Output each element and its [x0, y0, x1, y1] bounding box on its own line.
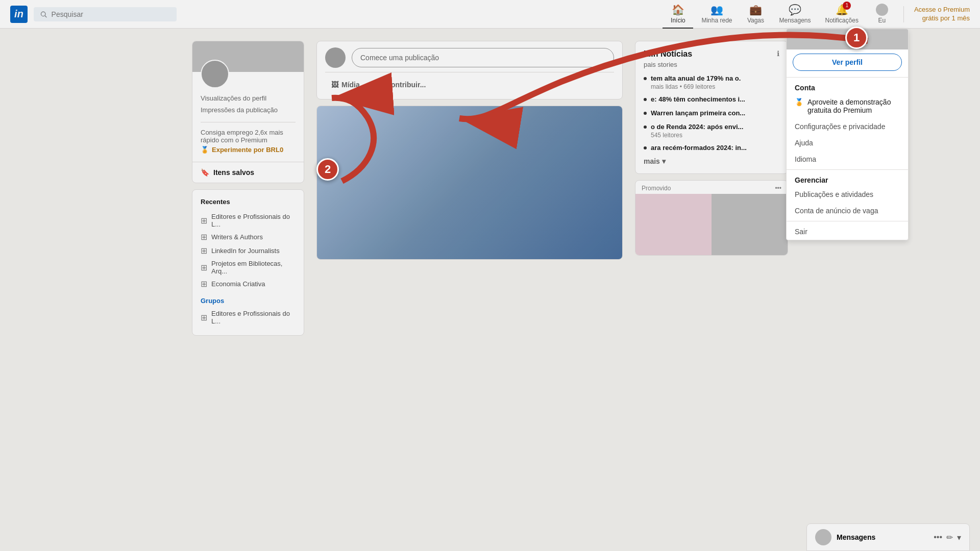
dropdown-config-item[interactable]: Configurações e privacidade: [787, 118, 908, 135]
dropdown-anuncio-item[interactable]: Conta de anúncio de vaga: [787, 203, 908, 219]
step-badge-2: 2: [316, 158, 339, 181]
gold-icon: 🏅: [795, 98, 803, 106]
dropdown-ajuda-item[interactable]: Ajuda: [787, 135, 908, 151]
conta-section-title: Conta: [787, 80, 908, 94]
divider-1: [787, 77, 908, 78]
dropdown-idioma-item[interactable]: Idioma: [787, 151, 908, 167]
dropdown-sair-item[interactable]: Sair: [787, 223, 908, 240]
gerenciar-section-title: Gerenciar: [787, 172, 908, 186]
ver-perfil-button[interactable]: Ver perfil: [793, 54, 902, 71]
dropdown-menu: Ver perfil Conta 🏅 Aproveite a demonstra…: [786, 29, 909, 240]
divider-2: [787, 169, 908, 170]
dropdown-publicacoes-item[interactable]: Publicações e atividades: [787, 186, 908, 203]
divider-3: [787, 221, 908, 221]
step-badge-1: 1: [845, 27, 868, 49]
dropdown-premium-item[interactable]: 🏅 Aproveite a demonstração gratuita do P…: [787, 94, 908, 118]
